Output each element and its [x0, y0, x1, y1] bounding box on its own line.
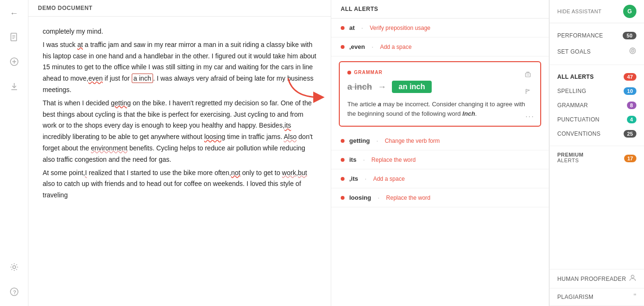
- para-4: At some point,I realized that I started …: [43, 167, 317, 201]
- delete-alert-button[interactable]: [521, 68, 535, 81]
- alert-desc-its2: Add a space: [373, 176, 405, 182]
- conventions-label: CONVENTIONS: [557, 130, 600, 137]
- alert-dot-getting: [341, 139, 345, 143]
- alerts-title: ALL ALERTS: [341, 6, 378, 12]
- premium-label: PREMIUM ALERTS: [557, 152, 583, 163]
- alert-but[interactable]: but: [298, 169, 307, 176]
- document-icon-btn[interactable]: [6, 29, 23, 46]
- para-2: I was stuck at a traffic jam and saw in …: [43, 39, 317, 96]
- premium-text: PREMIUM: [557, 152, 583, 158]
- alert-item-its2[interactable]: ,its · Add a space: [331, 169, 549, 188]
- all-alerts-count: 47: [624, 73, 636, 81]
- grammar-card-actions: [521, 68, 535, 98]
- category-all-alerts[interactable]: ALL ALERTS 47: [550, 70, 644, 84]
- all-alerts-label: ALL ALERTS: [557, 74, 594, 80]
- human-proofreader-row[interactable]: HUMAN PROOFREADER: [550, 269, 644, 288]
- alert-I[interactable]: I: [85, 169, 87, 176]
- alert-also[interactable]: Also: [284, 133, 297, 140]
- plagiarism-label: PLAGIARISM: [557, 294, 593, 300]
- plagiarism-row[interactable]: PLAGIARISM ": [550, 288, 644, 306]
- back-button[interactable]: ←: [6, 5, 23, 22]
- alert-desc-loosing: Replace the word: [386, 195, 430, 201]
- category-conventions[interactable]: CONVENTIONS 25: [550, 127, 644, 141]
- original-word: a inch: [347, 82, 372, 92]
- grammar-card: GRAMMAR a inch → an inch The article a m…: [339, 61, 541, 127]
- grammar-label-text: GRAMMAR: [354, 70, 382, 75]
- flag-alert-button[interactable]: [521, 85, 535, 98]
- alert-getting[interactable]: getting: [111, 99, 131, 107]
- alert-dot-its: [341, 158, 345, 162]
- add-button[interactable]: [6, 54, 23, 71]
- settings-button[interactable]: [6, 260, 23, 277]
- alert-a-inch[interactable]: a inch: [132, 74, 153, 83]
- svg-text:?: ?: [13, 289, 16, 295]
- grammar-card-label: GRAMMAR: [347, 70, 533, 75]
- alert-word-its: its: [349, 156, 356, 163]
- spelling-count: 10: [624, 87, 636, 95]
- category-spelling[interactable]: SPELLING 10: [550, 84, 644, 98]
- quote-icon: ": [634, 293, 636, 301]
- alert-desc-even: Add a space: [380, 44, 412, 50]
- spelling-label: SPELLING: [557, 88, 586, 94]
- alert-desc-getting: Change the verb form: [385, 138, 440, 144]
- alerts-panel: ALL ALERTS at · Verify preposition usage…: [331, 0, 549, 306]
- right-header: HIDE ASSISTANT G: [550, 0, 644, 23]
- performance-score: 50: [623, 32, 636, 39]
- grammar-label: GRAMMAR: [557, 102, 588, 109]
- alert-loosing[interactable]: loosing: [204, 133, 225, 140]
- document-area: DEMO DOCUMENT completely my mind. I was …: [28, 0, 331, 306]
- alert-environment[interactable]: environment: [91, 144, 127, 152]
- human-proofreader-label: HUMAN PROOFREADER: [557, 276, 626, 282]
- category-grammar[interactable]: GRAMMAR 8: [550, 98, 644, 112]
- alert-even[interactable]: even: [89, 74, 103, 82]
- right-metrics: PERFORMANCE 50 SET GOALS: [550, 23, 644, 65]
- alert-item-even[interactable]: ,even · Add a space: [331, 37, 549, 56]
- grammar-word-highlight: Inch: [463, 110, 475, 117]
- svg-point-21: [631, 275, 634, 278]
- set-goals-row[interactable]: SET GOALS: [550, 43, 644, 60]
- user-avatar[interactable]: G: [623, 5, 636, 18]
- alert-work[interactable]: work: [282, 169, 296, 176]
- alert-item-its[interactable]: its · Replace the word: [331, 150, 549, 169]
- correction-row: a inch → an inch: [347, 81, 533, 93]
- alert-not[interactable]: not: [231, 169, 240, 176]
- performance-row[interactable]: PERFORMANCE 50: [550, 28, 644, 43]
- settings-icon: [9, 262, 19, 274]
- alert-item-getting[interactable]: getting · Change the verb form: [331, 131, 549, 150]
- document-icon: [9, 32, 19, 44]
- hide-assistant-label: HIDE ASSISTANT: [557, 9, 601, 14]
- doc-content[interactable]: completely my mind. I was stuck at a tra…: [28, 17, 331, 306]
- download-icon: [9, 82, 19, 93]
- corrected-word[interactable]: an inch: [392, 81, 432, 93]
- punctuation-label: PUNCTUATION: [557, 116, 599, 123]
- alert-desc-its: Replace the word: [372, 157, 416, 163]
- grammar-desc: The article a may be incorrect. Consider…: [347, 100, 533, 118]
- target-icon: [629, 47, 636, 56]
- correction-arrow-icon: →: [378, 82, 386, 92]
- alerts-header: ALL ALERTS: [331, 0, 549, 19]
- more-options-button[interactable]: ···: [526, 112, 535, 121]
- left-sidebar: ←: [0, 0, 28, 306]
- alert-its[interactable]: its: [284, 121, 291, 129]
- doc-header: DEMO DOCUMENT: [28, 0, 331, 17]
- person-icon: [629, 274, 636, 283]
- help-icon: ?: [9, 287, 19, 299]
- help-button[interactable]: ?: [6, 284, 23, 301]
- premium-sub-text: ALERTS: [557, 158, 579, 163]
- alerts-list: at · Verify preposition usage ,even · Ad…: [331, 19, 549, 306]
- download-button[interactable]: [6, 79, 23, 96]
- category-punctuation[interactable]: PUNCTUATION 4: [550, 112, 644, 127]
- alert-item-loosing[interactable]: loosing · Replace the word: [331, 188, 549, 207]
- alert-dot-at: [341, 26, 345, 30]
- conventions-count: 25: [624, 130, 636, 138]
- svg-point-20: [632, 50, 633, 51]
- punctuation-count: 4: [627, 116, 636, 123]
- grammar-count: 8: [627, 102, 636, 109]
- alert-word-getting: getting: [349, 137, 370, 144]
- doc-title: DEMO DOCUMENT: [38, 5, 92, 11]
- alert-item-at[interactable]: at · Verify preposition usage: [331, 19, 549, 37]
- alert-at[interactable]: at: [77, 41, 83, 48]
- alert-word-at: at: [349, 24, 355, 31]
- performance-label: PERFORMANCE: [557, 32, 603, 39]
- alert-dot-its2: [341, 177, 345, 181]
